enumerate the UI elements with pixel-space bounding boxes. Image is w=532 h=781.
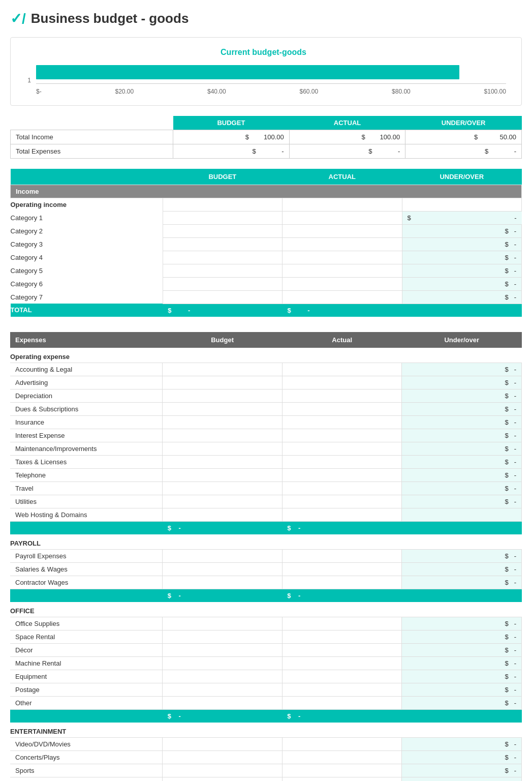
exp-video-label: Video/DVD/Movies: [10, 737, 163, 750]
exp-decor-actual[interactable]: [282, 643, 402, 656]
exp-machinerental-budget[interactable]: [163, 656, 283, 670]
exp-webhosting-actual[interactable]: [282, 508, 402, 521]
exp-sports-actual[interactable]: [282, 764, 402, 777]
cat1-budget-input[interactable]: [163, 211, 282, 224]
exp-interest-budget[interactable]: [163, 429, 283, 442]
cat1-actual-input[interactable]: [283, 211, 402, 224]
page-header: ✓/ Business budget - goods: [10, 10, 522, 27]
exp-postage-budget[interactable]: [163, 683, 283, 696]
exp-contractorwages-actual[interactable]: [282, 576, 402, 589]
exp-salaries-label: Salaries & Wages: [10, 562, 163, 576]
exp-advertising-actual[interactable]: [282, 376, 402, 389]
cat6-budget-input[interactable]: [163, 277, 282, 290]
cat5-underover: $ -: [402, 264, 521, 277]
cat3-label: Category 3: [11, 237, 163, 251]
exp-contractorwages-budget[interactable]: [163, 576, 283, 589]
exp-dues-actual[interactable]: [282, 402, 402, 415]
exp-depreciation-budget[interactable]: [163, 389, 283, 402]
payroll-subtotal-row: $ - $ -: [10, 589, 522, 602]
exp-concerts-budget[interactable]: [163, 750, 283, 764]
exp-officesupplies-row: Office Supplies $ -: [10, 617, 522, 630]
exp-other-actual[interactable]: [282, 696, 402, 709]
exp-utilities-budget[interactable]: [163, 495, 283, 508]
x-label-5: $100.00: [484, 88, 506, 95]
chart-title: Current budget-goods: [21, 48, 506, 57]
cat4-actual-input[interactable]: [283, 251, 402, 264]
exp-telephone-actual[interactable]: [282, 468, 402, 482]
summary-actual-header: ACTUAL: [289, 116, 405, 130]
exp-telephone-budget[interactable]: [163, 468, 283, 482]
cat7-budget-input[interactable]: [163, 290, 282, 304]
summary-expenses-budget: $ -: [173, 144, 290, 159]
cat5-budget-input[interactable]: [163, 264, 282, 277]
exp-officesupplies-actual[interactable]: [282, 617, 402, 630]
cat3-budget-input[interactable]: [163, 237, 282, 251]
exp-insurance-actual[interactable]: [282, 415, 402, 429]
exp-payrollexp-actual[interactable]: [282, 549, 402, 562]
exp-interest-actual[interactable]: [282, 429, 402, 442]
exp-sports-budget[interactable]: [163, 764, 283, 777]
office-subtotal-row: $ - $ -: [10, 709, 522, 723]
exp-accounting-actual[interactable]: [282, 363, 402, 376]
exp-equipment-budget[interactable]: [163, 670, 283, 683]
exp-outdoor-actual[interactable]: [282, 777, 402, 781]
exp-webhosting-budget[interactable]: [163, 508, 283, 521]
summary-income-underover: $ 50.00: [405, 130, 522, 144]
exp-decor-budget[interactable]: [163, 643, 283, 656]
exp-maintenance-label: Maintenance/Improvements: [10, 442, 163, 455]
income-cat4-row: Category 4 $ -: [11, 251, 522, 264]
exp-video-actual[interactable]: [282, 737, 402, 750]
exp-video-row: Video/DVD/Movies $ -: [10, 737, 522, 750]
summary-budget-header: BUDGET: [173, 116, 290, 130]
exp-utilities-actual[interactable]: [282, 495, 402, 508]
exp-webhosting-underover: [402, 508, 522, 521]
exp-accounting-budget[interactable]: [163, 363, 283, 376]
exp-maintenance-budget[interactable]: [163, 442, 283, 455]
exp-outdoor-budget[interactable]: [163, 777, 283, 781]
operating-income-label: Operating income: [11, 198, 163, 212]
payroll-subtotal-budget: $ -: [163, 589, 283, 602]
exp-video-budget[interactable]: [163, 737, 283, 750]
exp-spacerental-budget[interactable]: [163, 630, 283, 643]
exp-travel-budget[interactable]: [163, 482, 283, 495]
exp-telephone-row: Telephone $ -: [10, 468, 522, 482]
exp-other-budget[interactable]: [163, 696, 283, 709]
exp-machinerental-actual[interactable]: [282, 656, 402, 670]
exp-dues-budget[interactable]: [163, 402, 283, 415]
operating-expense-subtotal-budget: $ -: [163, 521, 283, 534]
cat4-budget-input[interactable]: [163, 251, 282, 264]
income-cat5-row: Category 5 $ -: [11, 264, 522, 277]
cat2-budget-input[interactable]: [163, 224, 282, 237]
exp-postage-actual[interactable]: [282, 683, 402, 696]
exp-dues-row: Dues & Subscriptions $ -: [10, 402, 522, 415]
summary-expenses-underover: $ -: [405, 144, 522, 159]
exp-concerts-actual[interactable]: [282, 750, 402, 764]
exp-taxes-budget[interactable]: [163, 455, 283, 468]
cat5-actual-input[interactable]: [283, 264, 402, 277]
exp-advertising-budget[interactable]: [163, 376, 283, 389]
cat3-actual-input[interactable]: [283, 237, 402, 251]
exp-salaries-budget[interactable]: [163, 562, 283, 576]
exp-video-underover: $ -: [402, 737, 522, 750]
exp-spacerental-label: Space Rental: [10, 630, 163, 643]
exp-maintenance-actual[interactable]: [282, 442, 402, 455]
exp-equipment-actual[interactable]: [282, 670, 402, 683]
exp-payrollexp-budget[interactable]: [163, 549, 283, 562]
cat2-actual-input[interactable]: [283, 224, 402, 237]
exp-taxes-actual[interactable]: [282, 455, 402, 468]
exp-insurance-budget[interactable]: [163, 415, 283, 429]
exp-utilities-underover: $ -: [402, 495, 522, 508]
cat6-actual-input[interactable]: [283, 277, 402, 290]
exp-depreciation-actual[interactable]: [282, 389, 402, 402]
exp-officesupplies-budget[interactable]: [163, 617, 283, 630]
summary-expenses-row: Total Expenses $ - $ - $ -: [11, 144, 522, 159]
exp-salaries-underover: $ -: [402, 562, 522, 576]
x-label-2: $40.00: [207, 88, 226, 95]
payroll-subtotal-actual: $ -: [282, 589, 402, 602]
exp-spacerental-underover: $ -: [402, 630, 522, 643]
exp-salaries-actual[interactable]: [282, 562, 402, 576]
exp-travel-actual[interactable]: [282, 482, 402, 495]
exp-spacerental-actual[interactable]: [282, 630, 402, 643]
exp-accounting-underover: $ -: [402, 363, 522, 376]
cat7-actual-input[interactable]: [283, 290, 402, 304]
